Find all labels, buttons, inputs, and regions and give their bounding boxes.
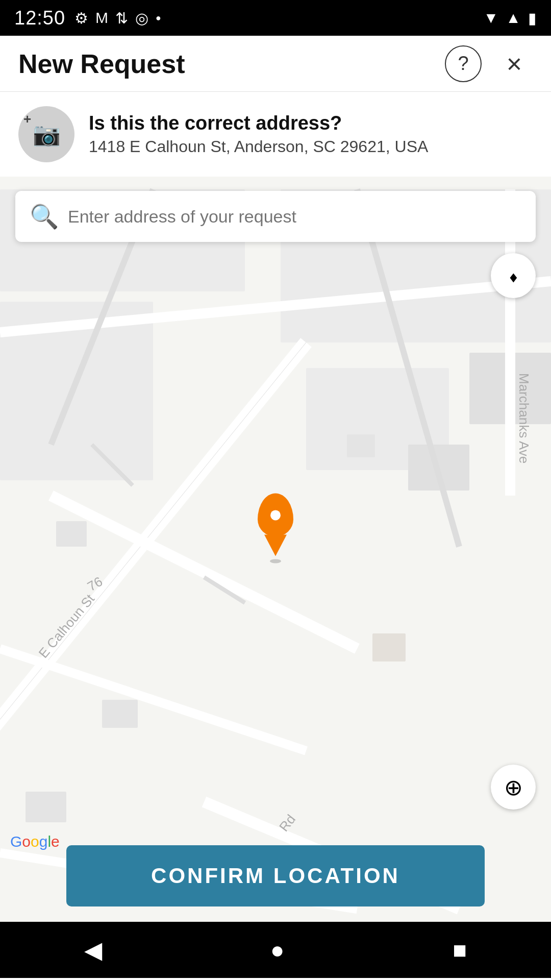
- map-container[interactable]: E Calhoun St 76 Rd Marchanks Ave 🔍 ⬧ ⊕: [0, 177, 551, 922]
- svg-rect-17: [56, 521, 87, 547]
- nav-bar: ◀ ● ■: [0, 922, 551, 978]
- map-background: E Calhoun St 76 Rd Marchanks Ave 🔍 ⬧ ⊕: [0, 177, 551, 922]
- search-input[interactable]: [68, 207, 521, 227]
- my-location-button[interactable]: ⊕: [491, 765, 536, 810]
- dot-icon: ●: [156, 13, 161, 23]
- map-pin: [258, 493, 293, 563]
- pin-body: [258, 493, 293, 536]
- confirm-location-label: CONFIRM LOCATION: [151, 864, 400, 888]
- address-text-block: Is this the correct address? 1418 E Calh…: [89, 112, 428, 156]
- status-time: 12:50: [14, 7, 65, 29]
- gear-icon: ⚙: [74, 9, 88, 27]
- camera-icon: 📷: [33, 121, 61, 148]
- close-icon: ×: [507, 48, 522, 79]
- mail-icon: M: [95, 9, 108, 27]
- status-right: ▼ ▲ ▮: [484, 9, 537, 27]
- battery-icon: ▮: [528, 9, 537, 27]
- signal-icon: ▲: [506, 9, 521, 27]
- map-layers-button[interactable]: ⬧: [491, 253, 536, 298]
- svg-text:Marchanks Ave: Marchanks Ave: [516, 373, 532, 463]
- google-letter-g: G: [10, 833, 22, 850]
- location-target-icon: ⊕: [504, 774, 523, 800]
- home-button[interactable]: ●: [270, 936, 285, 964]
- status-icons: ⚙ M ⇅ ◎ ●: [74, 9, 161, 27]
- wifi-icon: ▼: [484, 9, 499, 27]
- address-value: 1418 E Calhoun St, Anderson, SC 29621, U…: [89, 137, 428, 156]
- plus-icon: +: [23, 111, 31, 127]
- close-button[interactable]: ×: [496, 45, 533, 82]
- back-icon: ◀: [84, 936, 102, 964]
- copyright-icon: ◎: [135, 9, 148, 27]
- home-icon: ●: [270, 936, 285, 964]
- address-banner: + 📷 Is this the correct address? 1418 E …: [0, 92, 551, 177]
- svg-rect-21: [26, 792, 66, 822]
- svg-rect-18: [347, 434, 375, 457]
- page-title: New Request: [18, 48, 185, 79]
- confirm-location-button[interactable]: CONFIRM LOCATION: [66, 845, 485, 906]
- status-left: 12:50 ⚙ M ⇅ ◎ ●: [14, 7, 161, 29]
- help-button[interactable]: ?: [445, 45, 482, 82]
- layers-icon: ⬧: [508, 265, 519, 287]
- search-bar: 🔍: [15, 191, 536, 242]
- add-photo-button[interactable]: + 📷: [18, 106, 74, 162]
- google-logo: Google: [10, 833, 60, 850]
- google-letter-e: e: [51, 833, 60, 850]
- svg-rect-19: [372, 633, 406, 662]
- status-bar: 12:50 ⚙ M ⇅ ◎ ● ▼ ▲ ▮: [0, 0, 551, 36]
- back-button[interactable]: ◀: [84, 936, 102, 964]
- google-letter-g2: g: [39, 833, 48, 850]
- search-icon: 🔍: [30, 203, 59, 230]
- google-letter-o2: o: [31, 833, 39, 850]
- svg-rect-20: [102, 700, 138, 728]
- help-icon: ?: [458, 53, 468, 75]
- google-letter-o1: o: [22, 833, 31, 850]
- pin-shadow: [270, 559, 281, 563]
- address-question: Is this the correct address?: [89, 112, 428, 134]
- recents-button[interactable]: ■: [453, 936, 467, 964]
- header-actions: ? ×: [445, 45, 533, 82]
- transfer-icon: ⇅: [115, 9, 128, 27]
- pin-dot: [270, 510, 281, 520]
- header: New Request ? ×: [0, 36, 551, 92]
- recents-icon: ■: [453, 936, 467, 964]
